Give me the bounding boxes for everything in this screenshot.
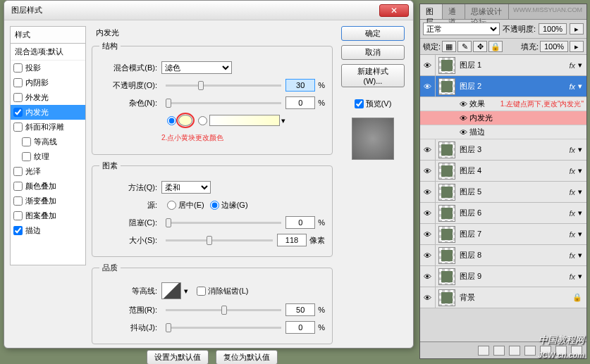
style-row-4[interactable]: 斜面和浮雕: [11, 120, 85, 134]
chevron-icon[interactable]: ▾: [578, 61, 586, 70]
jitter-slider[interactable]: [166, 327, 281, 329]
layer-row[interactable]: 👁 图层 5 fx▾: [420, 182, 586, 203]
layer-row[interactable]: 👁 背景 🔒: [420, 287, 586, 308]
size-slider[interactable]: [166, 239, 273, 241]
style-row-5[interactable]: 等高线: [11, 134, 85, 149]
style-checkbox[interactable]: [13, 78, 23, 87]
style-checkbox[interactable]: [13, 211, 23, 220]
layer-row[interactable]: 👁 图层 7 fx▾: [420, 224, 586, 245]
noise-slider[interactable]: [166, 102, 281, 104]
blending-options-row[interactable]: 混合选项:默认: [11, 44, 85, 61]
antialias-checkbox[interactable]: [197, 287, 206, 296]
visibility-icon[interactable]: 👁: [420, 287, 436, 308]
visibility-icon[interactable]: 👁: [420, 203, 436, 223]
preview-checkbox[interactable]: [355, 99, 364, 108]
ok-button[interactable]: 确定: [341, 26, 405, 41]
visibility-icon[interactable]: 👁: [457, 128, 469, 137]
style-row-10[interactable]: 图案叠加: [11, 208, 85, 223]
effects-row[interactable]: 👁效果1.左键点两下,更改"内发光": [420, 97, 586, 111]
technique-select[interactable]: 柔和: [161, 181, 211, 194]
choke-input[interactable]: [285, 216, 315, 229]
layer-thumbnail[interactable]: [438, 289, 455, 306]
chevron-icon[interactable]: ▾: [578, 187, 586, 196]
source-edge-radio[interactable]: [210, 201, 219, 210]
layer-blend-mode-select[interactable]: 正常: [423, 23, 500, 35]
reset-default-button[interactable]: 复位为默认值: [216, 350, 278, 364]
fx-icon[interactable]: [493, 346, 505, 356]
style-row-9[interactable]: 渐变叠加: [11, 194, 85, 208]
effect-inner-glow[interactable]: 👁内发光: [420, 111, 586, 125]
styles-header[interactable]: 样式: [10, 26, 86, 44]
style-checkbox[interactable]: [13, 182, 23, 191]
lock-all-icon[interactable]: 🔒: [488, 41, 503, 52]
style-checkbox[interactable]: [13, 108, 23, 117]
contour-dropdown-icon[interactable]: ▾: [181, 287, 191, 296]
noise-input[interactable]: [285, 96, 315, 109]
color-swatch[interactable]: [178, 115, 192, 126]
color-radio[interactable]: [167, 116, 176, 125]
visibility-icon[interactable]: 👁: [420, 55, 436, 75]
adjustment-icon[interactable]: [524, 346, 536, 356]
tab-forum[interactable]: 思缘设计论坛: [465, 4, 509, 19]
layer-row[interactable]: 👁 图层 9 fx▾: [420, 266, 586, 287]
opacity-slider[interactable]: [166, 84, 281, 87]
visibility-icon[interactable]: 👁: [420, 224, 436, 244]
size-input[interactable]: [277, 234, 307, 246]
layer-thumbnail[interactable]: [438, 268, 455, 285]
visibility-icon[interactable]: 👁: [420, 245, 436, 265]
mask-icon[interactable]: [509, 346, 520, 356]
layer-thumbnail[interactable]: [438, 57, 455, 74]
new-style-button[interactable]: 新建样式(W)...: [341, 64, 405, 87]
chevron-icon[interactable]: ▾: [578, 230, 586, 239]
layer-thumbnail[interactable]: [438, 247, 455, 264]
layer-thumbnail[interactable]: [438, 142, 455, 158]
fill-dropdown-icon[interactable]: ▸: [570, 41, 584, 52]
layer-row[interactable]: 👁 图层 4 fx▾: [420, 161, 586, 182]
style-checkbox[interactable]: [13, 196, 23, 206]
layer-thumbnail[interactable]: [438, 205, 455, 222]
style-checkbox[interactable]: [22, 137, 31, 146]
style-row-1[interactable]: 内阴影: [11, 75, 85, 90]
chevron-icon[interactable]: ▾: [578, 272, 586, 281]
gradient-radio[interactable]: [198, 116, 207, 125]
source-center-radio[interactable]: [167, 201, 176, 210]
jitter-input[interactable]: [285, 321, 315, 334]
visibility-icon[interactable]: 👁: [420, 76, 436, 96]
style-row-6[interactable]: 纹理: [11, 149, 85, 164]
range-input[interactable]: [285, 303, 315, 316]
link-layers-icon[interactable]: [478, 346, 489, 356]
visibility-icon[interactable]: 👁: [420, 139, 436, 160]
cancel-button[interactable]: 取消: [341, 45, 405, 60]
tab-channels[interactable]: 通道: [443, 4, 465, 19]
chevron-icon[interactable]: ▾: [578, 82, 586, 91]
layer-thumbnail[interactable]: [438, 226, 455, 243]
set-default-button[interactable]: 设置为默认值: [147, 350, 209, 364]
layer-row[interactable]: 👁 图层 8 fx▾: [420, 245, 586, 266]
layer-opacity-value[interactable]: 100%: [539, 23, 567, 34]
visibility-icon[interactable]: 👁: [457, 100, 469, 108]
effect-stroke[interactable]: 👁描边: [420, 125, 586, 139]
style-row-2[interactable]: 外发光: [11, 90, 85, 105]
layer-row[interactable]: 👁 图层 6 fx▾: [420, 203, 586, 224]
layer-thumbnail[interactable]: [438, 163, 455, 180]
contour-picker[interactable]: [161, 282, 181, 299]
layer-thumbnail[interactable]: [438, 184, 455, 201]
style-checkbox[interactable]: [13, 63, 23, 73]
visibility-icon[interactable]: 👁: [420, 161, 436, 181]
style-row-11[interactable]: 描边: [11, 223, 85, 238]
gradient-swatch[interactable]: [209, 115, 280, 126]
layer-row[interactable]: 👁 图层 1 fx▾: [420, 55, 586, 76]
style-checkbox[interactable]: [22, 152, 31, 161]
opacity-input[interactable]: [285, 79, 315, 92]
style-checkbox[interactable]: [13, 167, 23, 176]
new-layer-icon[interactable]: [555, 346, 567, 356]
titlebar[interactable]: 图层样式 ✕: [4, 1, 413, 20]
blend-mode-select[interactable]: 滤色: [161, 61, 232, 74]
layer-row[interactable]: 👁 图层 3 fx▾: [420, 139, 586, 161]
layer-row[interactable]: 👁 图层 2 fx▾: [420, 76, 586, 97]
layer-thumbnail[interactable]: [438, 78, 455, 95]
chevron-icon[interactable]: ▾: [578, 145, 586, 154]
visibility-icon[interactable]: 👁: [420, 182, 436, 202]
style-row-0[interactable]: 投影: [11, 61, 85, 75]
visibility-icon[interactable]: 👁: [457, 114, 469, 123]
